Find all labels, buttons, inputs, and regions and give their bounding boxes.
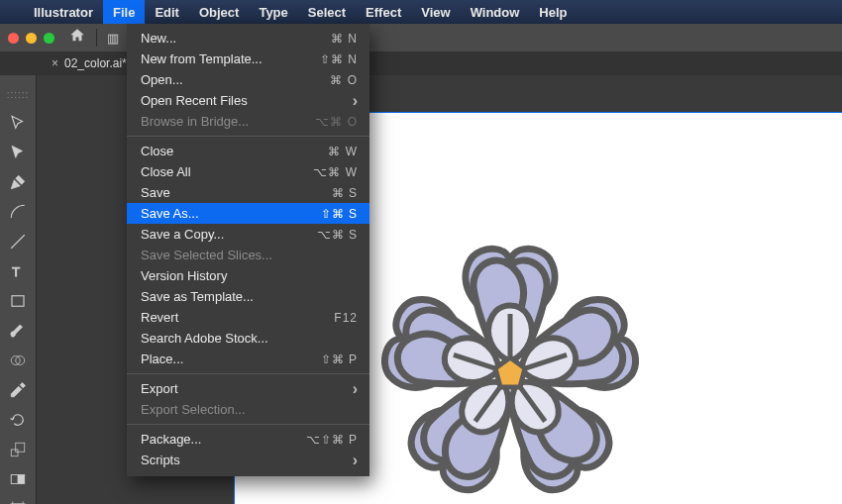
- menu-help[interactable]: Help: [529, 0, 577, 24]
- menu-item-open[interactable]: Open...⌘ O: [127, 69, 369, 90]
- artwork-flower[interactable]: [376, 240, 644, 504]
- menu-item-label: Save as Template...: [141, 289, 254, 304]
- svg-text:T: T: [12, 264, 20, 279]
- divider: [96, 29, 97, 47]
- menu-item-shortcut: ⌘ S: [332, 186, 358, 200]
- menu-item-shortcut: ⌘ W: [328, 145, 358, 158]
- close-tab-icon[interactable]: ×: [52, 56, 58, 70]
- pen-tool-icon[interactable]: [6, 173, 30, 191]
- chevron-right-icon: ›: [353, 380, 358, 398]
- menu-select[interactable]: Select: [298, 0, 356, 24]
- menu-item-label: Scripts: [141, 453, 180, 467]
- menu-type[interactable]: Type: [249, 0, 297, 24]
- menu-item-browse-in-bridge: Browse in Bridge...⌥⌘ O: [127, 111, 369, 132]
- mac-menu-bar: Illustrator File Edit Object Type Select…: [0, 0, 842, 24]
- menu-item-label: Search Adobe Stock...: [141, 331, 268, 346]
- rectangle-tool-icon[interactable]: [6, 292, 30, 310]
- menu-item-label: Save: [141, 185, 170, 200]
- rotate-tool-icon[interactable]: [6, 411, 30, 429]
- menu-item-shortcut: ⌥⌘ O: [315, 115, 358, 129]
- menu-item-shortcut: ⌘ N: [331, 32, 358, 46]
- paintbrush-tool-icon[interactable]: [6, 322, 30, 340]
- document-tab-label: 02_color.ai*: [64, 56, 127, 70]
- menu-item-revert[interactable]: RevertF12: [127, 307, 369, 328]
- document-tab[interactable]: × 02_color.ai*: [42, 51, 138, 75]
- menu-item-label: Close: [141, 144, 173, 158]
- menu-item-shortcut: F12: [334, 311, 358, 325]
- menu-item-scripts[interactable]: Scripts›: [127, 450, 369, 470]
- zoom-window-icon[interactable]: [44, 33, 54, 44]
- minimize-window-icon[interactable]: [26, 33, 37, 44]
- menu-item-search-adobe-stock[interactable]: Search Adobe Stock...: [127, 328, 369, 349]
- menu-item-label: Close All: [141, 164, 191, 179]
- menu-separator: [127, 424, 369, 425]
- menu-item-open-recent-files[interactable]: Open Recent Files›: [127, 90, 369, 111]
- menu-item-save-a-copy[interactable]: Save a Copy...⌥⌘ S: [127, 224, 369, 245]
- gradient-tool-icon[interactable]: [6, 470, 30, 488]
- selection-tool-icon[interactable]: [6, 114, 30, 132]
- menu-item-save-selected-slices: Save Selected Slices...: [127, 245, 369, 265]
- menu-item-label: Export Selection...: [141, 402, 246, 417]
- menu-item-shortcut: ⌥⇧⌘ P: [306, 433, 358, 447]
- chevron-right-icon: ›: [353, 92, 358, 110]
- window-controls: [8, 33, 54, 44]
- menu-item-label: Browse in Bridge...: [141, 114, 249, 129]
- panel-grip-icon[interactable]: ::::::: [7, 89, 30, 102]
- curvature-tool-icon[interactable]: [6, 203, 30, 221]
- svg-rect-5: [16, 443, 25, 452]
- menu-item-label: Save As...: [141, 206, 199, 221]
- chevron-right-icon: ›: [353, 452, 358, 469]
- menu-item-label: Package...: [141, 432, 201, 447]
- artboard-tool-icon[interactable]: [6, 500, 30, 504]
- svg-rect-7: [11, 475, 18, 484]
- svg-rect-4: [11, 450, 18, 456]
- menu-item-label: New from Template...: [141, 51, 263, 66]
- svg-rect-1: [12, 296, 24, 307]
- menu-file[interactable]: File: [103, 0, 145, 24]
- eyedropper-tool-icon[interactable]: [6, 381, 30, 399]
- menu-item-label: Version History: [141, 268, 227, 283]
- scale-tool-icon[interactable]: [6, 441, 30, 458]
- menu-item-label: Export: [141, 381, 178, 396]
- menu-edit[interactable]: Edit: [145, 0, 189, 24]
- menu-view[interactable]: View: [411, 0, 460, 24]
- menu-item-export[interactable]: Export›: [127, 378, 369, 399]
- menu-window[interactable]: Window: [461, 0, 530, 24]
- menu-item-export-selection: Export Selection...: [127, 399, 369, 420]
- menu-item-save[interactable]: Save⌘ S: [127, 182, 369, 203]
- close-window-icon[interactable]: [8, 33, 19, 44]
- home-icon[interactable]: [68, 27, 86, 49]
- menu-item-label: Save a Copy...: [141, 227, 224, 242]
- menu-item-package[interactable]: Package...⌥⇧⌘ P: [127, 429, 369, 450]
- menu-item-shortcut: ⇧⌘ P: [321, 353, 358, 366]
- menu-item-shortcut: ⌘ O: [330, 73, 358, 87]
- menu-item-place[interactable]: Place...⇧⌘ P: [127, 349, 369, 369]
- menu-item-label: New...: [141, 31, 176, 46]
- type-tool-icon[interactable]: T: [6, 262, 30, 280]
- menu-item-shortcut: ⌥⌘ S: [317, 228, 358, 242]
- menu-item-close[interactable]: Close⌘ W: [127, 141, 369, 161]
- menu-item-save-as-template[interactable]: Save as Template...: [127, 286, 369, 307]
- menu-item-shortcut: ⇧⌘ N: [320, 52, 358, 66]
- menu-item-label: Save Selected Slices...: [141, 248, 272, 262]
- menu-object[interactable]: Object: [189, 0, 249, 24]
- menu-item-new-from-template[interactable]: New from Template...⇧⌘ N: [127, 49, 369, 69]
- menu-item-save-as[interactable]: Save As...⇧⌘ S: [127, 203, 369, 224]
- menu-item-shortcut: ⇧⌘ S: [321, 207, 358, 221]
- file-menu-dropdown: New...⌘ NNew from Template...⇧⌘ NOpen...…: [127, 24, 369, 476]
- menu-item-version-history[interactable]: Version History: [127, 265, 369, 286]
- menu-item-label: Place...: [141, 352, 183, 366]
- line-tool-icon[interactable]: [6, 233, 30, 251]
- direct-selection-tool-icon[interactable]: [6, 144, 30, 161]
- app-name-menu[interactable]: Illustrator: [24, 0, 103, 24]
- menu-item-label: Revert: [141, 310, 178, 325]
- menu-item-close-all[interactable]: Close All⌥⌘ W: [127, 161, 369, 182]
- menu-item-label: Open...: [141, 72, 183, 87]
- shape-builder-tool-icon[interactable]: [6, 352, 30, 369]
- menu-item-label: Open Recent Files: [141, 93, 248, 108]
- menu-item-new[interactable]: New...⌘ N: [127, 28, 369, 49]
- menu-effect[interactable]: Effect: [356, 0, 411, 24]
- menu-item-shortcut: ⌥⌘ W: [313, 165, 358, 179]
- arrange-documents-icon[interactable]: ▥: [107, 31, 119, 46]
- menu-separator: [127, 136, 369, 137]
